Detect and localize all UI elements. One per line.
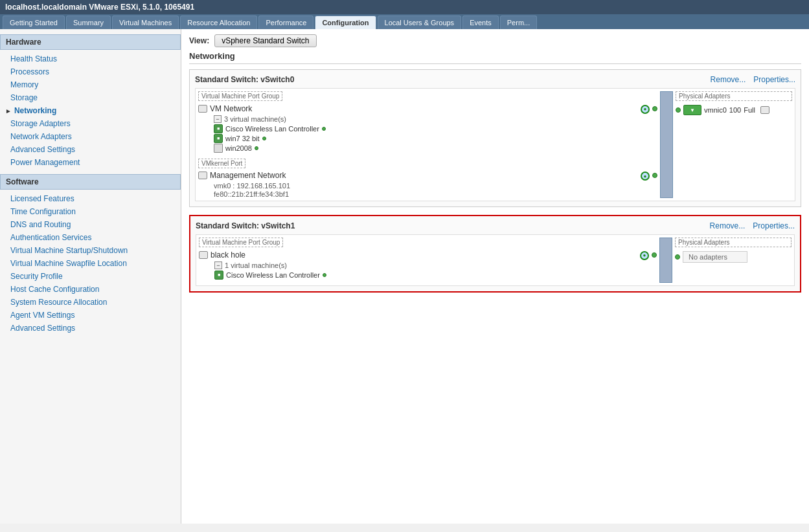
tab-summary[interactable]: Summary: [66, 16, 111, 29]
vm-port-group-label-0: Virtual Machine Port Group: [198, 91, 282, 101]
health-status-label: Health Status: [10, 54, 57, 63]
connector-dot-mgmt: [652, 173, 657, 178]
vm-count-0: 3 virtual machine(s): [224, 115, 286, 123]
vswitch0-vm-list: − 3 virtual machine(s) ■ Cisco Wireless …: [214, 115, 657, 153]
sidebar-item-advanced-settings-hw[interactable]: Advanced Settings: [0, 143, 181, 156]
vmk0-ipv6: fe80::21b:21ff:fe34:3bf1: [214, 190, 657, 198]
vswitch1-panel: Standard Switch: vSwitch1 Remove... Prop…: [189, 215, 801, 293]
connector-dot-win7: [262, 137, 266, 140]
host-cache-label: Host Cache Configuration: [10, 285, 99, 294]
expand-btn-0[interactable]: −: [214, 115, 222, 123]
networking-label: Networking: [14, 106, 56, 115]
sidebar-item-vm-swapfile[interactable]: Virtual Machine Swapfile Location: [0, 257, 181, 270]
sidebar-item-dns-routing[interactable]: DNS and Routing: [0, 218, 181, 231]
sidebar-item-licensed-features[interactable]: Licensed Features: [0, 192, 181, 205]
sidebar-item-storage[interactable]: Storage: [0, 91, 181, 104]
sidebar-item-advanced-settings-sw[interactable]: Advanced Settings: [0, 322, 181, 335]
black-hole-globe-icon: ●: [640, 250, 649, 260]
black-hole-row: black hole ●: [199, 250, 657, 260]
vm-name-cisco: Cisco Wireless Lan Controller: [225, 125, 319, 133]
software-label: Software: [6, 177, 39, 186]
vm-row-win7: ■ win7 32 bit: [214, 134, 657, 143]
no-adapters-box: No adapters: [683, 251, 747, 263]
tab-virtual-machines[interactable]: Virtual Machines: [112, 16, 179, 29]
auth-services-label: Authentication Services: [10, 233, 91, 242]
advanced-settings-sw-label: Advanced Settings: [10, 324, 75, 333]
vmnic0-speed: 100: [729, 106, 741, 114]
vm-icon-win2008: [214, 144, 223, 153]
sidebar-item-host-cache[interactable]: Host Cache Configuration: [0, 283, 181, 296]
title-bar: localhost.localdomain VMware ESXi, 5.1.0…: [0, 0, 809, 14]
sidebar-item-security-profile[interactable]: Security Profile: [0, 270, 181, 283]
content-area: View: vSphere Standard Switch Networking…: [181, 29, 809, 524]
vm-network-name: VM Network: [210, 104, 252, 113]
vswitch0-properties[interactable]: Properties...: [753, 75, 795, 84]
main-layout: Hardware Health Status Processors Memory…: [0, 29, 809, 524]
tab-configuration[interactable]: Configuration: [315, 16, 376, 29]
vswitch1-vm-list: − 1 virtual machine(s) ■ Cisco Wireless …: [214, 261, 657, 280]
vmkernel-port-label-0: VMkernel Port: [198, 159, 245, 168]
vm-startup-label: Virtual Machine Startup/Shutdown: [10, 246, 128, 255]
vm-network-globe-icon: ●: [641, 104, 650, 114]
sidebar-item-system-resource[interactable]: System Resource Allocation: [0, 296, 181, 309]
globe-icon-bh: ●: [640, 251, 649, 260]
sidebar-item-power-management[interactable]: Power Management: [0, 156, 181, 169]
vm-name-win2008: win2008: [225, 144, 252, 152]
sidebar-item-auth-services[interactable]: Authentication Services: [0, 231, 181, 244]
vm-icon-cisco: ■: [214, 124, 223, 133]
vm-icon-win7: ■: [214, 134, 223, 143]
connector-dot-cisco-1: [323, 273, 326, 277]
title-text: localhost.localdomain VMware ESXi, 5.1.0…: [5, 3, 194, 12]
vmkernel-ip-list: vmk0 : 192.168.165.101 fe80::21b:21ff:fe…: [214, 182, 657, 198]
processors-label: Processors: [10, 67, 49, 76]
vswitch0-bar: [660, 91, 673, 198]
tab-resource-allocation[interactable]: Resource Allocation: [180, 16, 257, 29]
expand-btn-1[interactable]: −: [214, 261, 222, 269]
sidebar-item-network-adapters[interactable]: Network Adapters: [0, 130, 181, 143]
vm-icon-cisco-1: ■: [214, 271, 223, 280]
sidebar-item-time-configuration[interactable]: Time Configuration: [0, 205, 181, 218]
tab-performance[interactable]: Performance: [258, 16, 313, 29]
tab-events[interactable]: Events: [462, 16, 499, 29]
vswitch0-header: Standard Switch: vSwitch0 Remove... Prop…: [195, 75, 795, 84]
sidebar-item-networking[interactable]: ► Networking: [0, 104, 181, 117]
sidebar-item-processors[interactable]: Processors: [0, 65, 181, 78]
vswitch0-remove[interactable]: Remove...: [711, 75, 746, 84]
vm-port-group-label-1: Virtual Machine Port Group: [199, 238, 283, 247]
vmnic0-comment-icon: [760, 106, 769, 114]
software-header: Software: [0, 174, 181, 190]
vswitch1-bar: [659, 238, 672, 283]
vm-swapfile-label: Virtual Machine Swapfile Location: [10, 259, 127, 268]
tab-permissions[interactable]: Perm...: [500, 16, 537, 29]
vswitch1-properties[interactable]: Properties...: [753, 221, 795, 230]
globe-icon-0: ●: [641, 105, 650, 114]
physical-adapters-label-0: Physical Adapters: [676, 91, 792, 101]
sidebar-item-storage-adapters[interactable]: Storage Adapters: [0, 117, 181, 130]
vmk0-ip: vmk0 : 192.168.165.101: [214, 182, 657, 190]
connector-dot-cisco: [322, 127, 326, 131]
licensed-features-label: Licensed Features: [10, 194, 74, 203]
tab-local-users[interactable]: Local Users & Groups: [378, 16, 462, 29]
sidebar-item-memory[interactable]: Memory: [0, 78, 181, 91]
tab-getting-started[interactable]: Getting Started: [3, 16, 65, 29]
connector-dot-0: [652, 106, 657, 111]
advanced-settings-hw-label: Advanced Settings: [10, 145, 75, 154]
vswitch0-port-groups: Virtual Machine Port Group VM Network ●: [198, 91, 657, 198]
sidebar-item-vm-startup[interactable]: Virtual Machine Startup/Shutdown: [0, 244, 181, 257]
dns-routing-label: DNS and Routing: [10, 220, 71, 229]
memory-label: Memory: [10, 80, 38, 89]
sidebar: Hardware Health Status Processors Memory…: [0, 29, 181, 524]
vm-network-row: VM Network ●: [198, 104, 657, 114]
vm-row-win2008: win2008: [214, 144, 657, 153]
vm-count-row-0: − 3 virtual machine(s): [214, 115, 657, 123]
vswitch0-panel: Standard Switch: vSwitch0 Remove... Prop…: [189, 69, 801, 207]
sidebar-item-agent-vm[interactable]: Agent VM Settings: [0, 309, 181, 322]
vswitch1-remove[interactable]: Remove...: [710, 221, 746, 230]
view-button[interactable]: vSphere Standard Switch: [214, 34, 316, 47]
mgmt-network-name: Management Network: [210, 171, 286, 180]
vm-name-win7: win7 32 bit: [225, 135, 260, 142]
black-hole-name: black hole: [211, 250, 245, 260]
connector-dot-win2008: [255, 146, 258, 150]
storage-label: Storage: [10, 93, 38, 102]
sidebar-item-health-status[interactable]: Health Status: [0, 52, 181, 65]
